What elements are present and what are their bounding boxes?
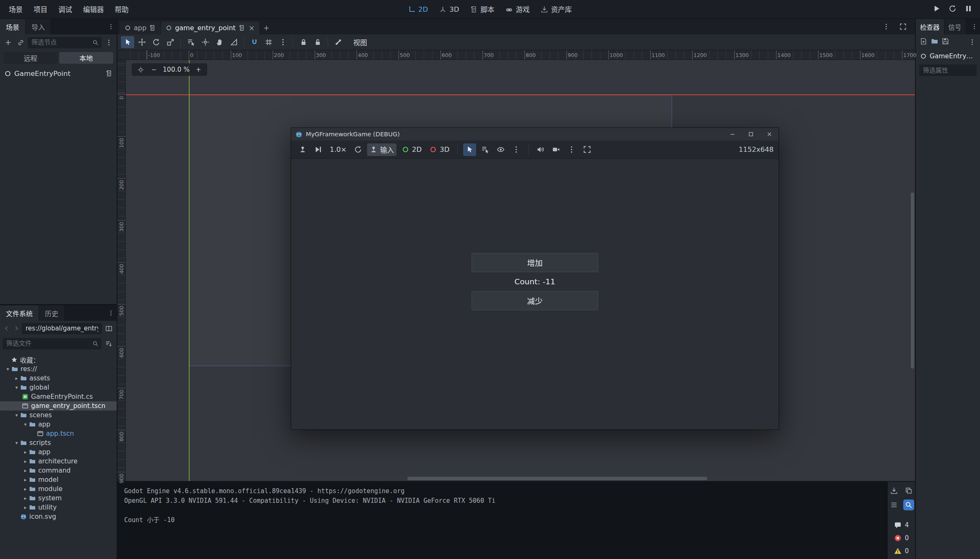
filter-properties-field[interactable] bbox=[919, 65, 977, 76]
rotate-tool-button[interactable] bbox=[149, 36, 163, 48]
mode-2d-button[interactable]: 2D bbox=[399, 143, 424, 156]
menu-editor[interactable]: 编辑器 bbox=[78, 0, 109, 18]
context-script-button[interactable]: 脚本 bbox=[470, 4, 494, 14]
script-icon[interactable] bbox=[106, 70, 112, 77]
reset-speed-button[interactable] bbox=[352, 143, 365, 156]
fs-folder-scripts-app[interactable]: app bbox=[0, 447, 117, 457]
tab-filesystem[interactable]: 文件系统 bbox=[0, 305, 39, 321]
view-menu-button[interactable]: 视图 bbox=[350, 37, 370, 47]
fs-res-root[interactable]: res:// bbox=[0, 364, 117, 374]
fs-folder-command[interactable]: command bbox=[0, 466, 117, 475]
menu-project[interactable]: 项目 bbox=[28, 0, 53, 18]
filter-nodes-input[interactable] bbox=[31, 38, 90, 47]
game-fullscreen-button[interactable] bbox=[581, 143, 594, 156]
smart-snap-toggle[interactable] bbox=[248, 36, 261, 48]
tab-list-menu-button[interactable] bbox=[881, 21, 891, 32]
output-log[interactable]: Godot Engine v4.6.stable.mono.official.8… bbox=[117, 482, 888, 559]
expand-arrow-icon[interactable] bbox=[13, 440, 20, 446]
selection-options-button[interactable] bbox=[510, 143, 523, 156]
tab-signals[interactable]: 信号 bbox=[944, 19, 966, 34]
move-tool-button[interactable] bbox=[135, 36, 149, 48]
center-view-button[interactable] bbox=[136, 65, 145, 74]
expand-arrow-icon[interactable] bbox=[22, 504, 29, 510]
expand-arrow-icon[interactable] bbox=[22, 495, 29, 501]
game-window-titlebar[interactable]: MyGFrameworkGame (DEBUG) bbox=[291, 128, 779, 140]
add-scene-tab-button[interactable] bbox=[260, 21, 273, 34]
save-resource-button[interactable] bbox=[942, 38, 949, 47]
inspected-node-row[interactable]: GameEntryPoint bbox=[916, 49, 980, 63]
expand-arrow-icon[interactable] bbox=[22, 468, 29, 473]
add-node-button[interactable] bbox=[3, 37, 13, 48]
game-select-tool-button[interactable] bbox=[463, 143, 476, 156]
split-view-button[interactable] bbox=[103, 323, 114, 334]
scrollbar-thumb[interactable] bbox=[911, 192, 914, 369]
scrollbar-thumb[interactable] bbox=[407, 477, 707, 480]
path-field[interactable] bbox=[22, 323, 102, 334]
filesystem-dock-menu-button[interactable] bbox=[105, 305, 117, 321]
nav-back-button[interactable] bbox=[3, 323, 11, 334]
skeleton-options-button[interactable] bbox=[331, 36, 345, 48]
restart-button[interactable] bbox=[949, 5, 957, 14]
minimize-button[interactable] bbox=[723, 128, 742, 140]
expand-arrow-icon[interactable] bbox=[13, 412, 20, 418]
messages-badge[interactable]: 4 bbox=[888, 520, 915, 530]
tab-history[interactable]: 历史 bbox=[39, 305, 65, 321]
tab-import-dock[interactable]: 导入 bbox=[26, 19, 51, 34]
select-tool-button[interactable] bbox=[121, 36, 134, 48]
play-button[interactable] bbox=[933, 5, 941, 14]
lock-selection-button[interactable] bbox=[297, 36, 310, 48]
remote-tab-button[interactable]: 远程 bbox=[3, 52, 58, 64]
load-resource-button[interactable] bbox=[931, 38, 938, 47]
fs-folder-module[interactable]: module bbox=[0, 484, 117, 494]
context-assetlib-button[interactable]: 资产库 bbox=[541, 4, 572, 14]
ruler-tool-button[interactable] bbox=[227, 36, 240, 48]
pan-tool-button[interactable] bbox=[213, 36, 226, 48]
tab-inspector[interactable]: 检查器 bbox=[916, 19, 944, 34]
zoom-out-button[interactable]: − bbox=[149, 66, 159, 73]
hierarchy-button[interactable] bbox=[479, 143, 492, 156]
next-frame-button[interactable] bbox=[312, 143, 325, 156]
camera-override-button[interactable] bbox=[550, 143, 563, 156]
close-button[interactable] bbox=[760, 128, 779, 140]
vertical-ruler[interactable]: 0100200300400500600700800900 bbox=[117, 60, 126, 481]
new-resource-button[interactable] bbox=[920, 38, 927, 47]
grid-snap-toggle[interactable] bbox=[262, 36, 275, 48]
filter-properties-input[interactable] bbox=[922, 66, 974, 75]
inspector-menu-button[interactable] bbox=[968, 19, 980, 34]
menu-scene[interactable]: 场景 bbox=[3, 0, 28, 18]
filter-nodes-field[interactable] bbox=[28, 37, 102, 48]
expand-arrow-icon[interactable] bbox=[13, 375, 20, 381]
inspector-options-button[interactable] bbox=[969, 39, 976, 46]
menu-debug[interactable]: 调试 bbox=[53, 0, 78, 18]
audio-mute-button[interactable] bbox=[534, 143, 547, 156]
fs-favorites[interactable]: 收藏： bbox=[0, 355, 117, 364]
fs-folder-system[interactable]: system bbox=[0, 494, 117, 503]
zoom-in-button[interactable]: + bbox=[194, 66, 203, 73]
visibility-button[interactable] bbox=[494, 143, 507, 156]
scene-tree-options-button[interactable] bbox=[103, 37, 114, 48]
errors-badge[interactable]: 0 bbox=[888, 533, 915, 543]
viewport-horizontal-scrollbar[interactable] bbox=[127, 477, 910, 480]
path-input[interactable] bbox=[25, 324, 99, 333]
speed-menu-button[interactable]: 1.0× bbox=[327, 143, 349, 156]
nav-forward-button[interactable] bbox=[12, 323, 21, 334]
fs-folder-assets[interactable]: assets bbox=[0, 374, 117, 383]
scale-tool-button[interactable] bbox=[164, 36, 177, 48]
fs-folder-utility[interactable]: utility bbox=[0, 503, 117, 512]
filter-files-field[interactable] bbox=[3, 338, 102, 349]
expand-viewport-button[interactable] bbox=[897, 21, 908, 32]
filter-files-input[interactable] bbox=[5, 339, 90, 348]
viewport-vertical-scrollbar[interactable] bbox=[911, 61, 914, 476]
pivot-tool-button[interactable] bbox=[198, 36, 212, 48]
fs-file-gameentrypoint-cs[interactable]: GameEntryPoint.cs bbox=[0, 392, 117, 401]
fs-folder-scenes[interactable]: scenes bbox=[0, 411, 117, 420]
decrease-button[interactable]: 减少 bbox=[472, 291, 598, 310]
context-2d-button[interactable]: 2D bbox=[408, 5, 428, 13]
tab-scene-dock[interactable]: 场景 bbox=[0, 19, 26, 34]
menu-help[interactable]: 帮助 bbox=[109, 0, 134, 18]
fs-folder-scripts[interactable]: scripts bbox=[0, 438, 117, 447]
scene-tab-app[interactable]: app × bbox=[120, 21, 160, 34]
fs-file-icon-svg[interactable]: icon.svg bbox=[0, 512, 117, 521]
close-tab-icon[interactable]: × bbox=[249, 24, 255, 32]
warnings-badge[interactable]: 0 bbox=[888, 546, 915, 556]
